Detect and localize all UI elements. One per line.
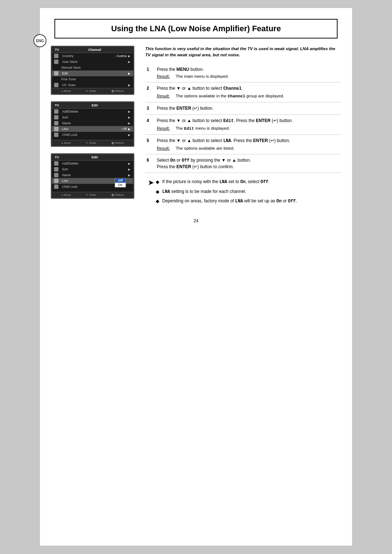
step-content-2: Press the ▼ or ▲ button to select Channe… [155,82,341,102]
tv-screen-2-header: TV Edit [52,102,133,109]
tv-menu-item3-lna: LNA : Off On [52,178,133,184]
tv-menu-item-finetune: Fine Tune [52,76,133,82]
tv-item3-sort-arrow: ▶ [128,168,130,171]
tv-item2-sort-arrow: ▶ [128,116,130,119]
tv-item2-adddelete-arrow: ▶ [128,110,130,113]
tv-item-chscan-label: Ch. Scan [62,83,75,87]
tv-menu-item2-name: Name ▶ [52,120,133,126]
tv-item-country-value: : Austria [115,54,127,58]
tv-menu-item-manualstore: Manual Store [52,65,133,70]
tv-screen-2-footer: ⬥ Move ↵ Enter ▦ Return [52,140,133,146]
tv-item2-lna-value: : Off [121,127,127,131]
step1-action: Press the MENU button. [157,67,204,72]
tv-screen-2: TV Edit Add/Delete ▶ Sort ▶ [51,101,134,147]
lna-option-on: On [115,183,126,187]
footer-return-1: ▦ Return [111,89,124,93]
step2-result-label: Result: [157,93,176,99]
tv-item2-name-arrow: ▶ [128,122,130,125]
step4-result-text: The Edit menu is displayed. [176,125,230,132]
notes-section: ➤ ◆ If the picture is noisy with the LNA… [145,179,341,207]
tv-item2-lna-arrow: ▶ [128,128,130,131]
tv-icon-s3-1 [54,161,58,166]
step4-action: Press the ▼ or ▲ button to select Edit. … [157,118,293,123]
tv-menu-item-chscan: Ch. Scan ▶ [52,82,133,88]
step-num-6: 6 [145,154,155,173]
tv-item3-adddelete-arrow: ▶ [128,162,130,165]
tv-icon-s2-3 [54,121,58,125]
tv-icon-s3-2 [54,167,58,171]
tv-screen-1-footer: ⬥ Move ↵ Enter ▦ Return [52,88,133,94]
intro-paragraph: This function is very useful in the situ… [145,46,341,58]
page-title: Using the LNA (Low Noise Amplifier) Feat… [62,24,330,33]
tv-screen-3: TV Edit Add/Delete ▶ Sort ▶ [51,153,134,199]
eng-badge: ENG [33,34,46,47]
tv-icon-s3-3 [54,173,58,177]
tv-label-1: TV [55,48,59,52]
tv-menu-label-3: Edit [91,155,98,159]
step-num-1: 1 [145,64,155,82]
tv-label-3: TV [55,155,59,159]
step5-action: Press the ▼ or ▲ button to select LNA. P… [157,138,290,143]
step-content-6: Select On or Off by pressing the ▼ or ▲ … [155,154,341,173]
right-column: This function is very useful in the situ… [142,46,341,211]
lna-dropdown-popup: Off On [115,178,126,187]
note-text-2: LNA setting is to be made for each chann… [162,189,246,195]
step-content-1: Press the MENU button. Result: The main … [155,64,341,82]
tv-icon-s2-1 [54,109,58,114]
footer-enter-1: ↵ Enter [86,89,96,93]
step-num-2: 2 [145,82,155,102]
tv-icon-s3-5 [54,185,58,189]
tv-item3-childlock-label: Child Lock [62,185,77,189]
tv-item-autostore-label: Auto Store [62,60,78,64]
step-row-4: 4 Press the ▼ or ▲ button to select Edit… [145,115,341,135]
tv-item-manualstore-label: Manual Store [61,66,81,69]
step-num-5: 5 [145,134,155,154]
step-row-3: 3 Press the ENTER (↵) button. [145,102,341,115]
lna-option-off: Off [115,178,126,183]
note-bullet-2: ◆ [156,189,159,195]
tv-icon-s2-2 [54,115,58,120]
tv-screen-3-footer: ⬥ Move ↵ Enter ▦ Return [52,192,133,198]
tv-icon-4 [54,83,58,87]
left-column: TV Channel Country : Austria ▶ [51,46,134,211]
tv-menu-item3-adddelete: Add/Delete ▶ [52,161,133,166]
step4-result-label: Result: [157,125,176,132]
step1-result-row: Result: The main menu is displayed. [157,73,340,79]
tv-item-finetune-label: Fine Tune [61,77,76,81]
note-item-3: ◆ Depending on areas, factory mode of LN… [156,198,297,205]
notes-arrow-row: ➤ ◆ If the picture is noisy with the LNA… [148,179,341,207]
tv-menu-item3-name: Name ▶ [52,172,133,178]
tv-item2-childlock-label: Child Lock [62,133,77,137]
tv-menu-item2-sort: Sort ▶ [52,114,133,120]
step-row-5: 5 Press the ▼ or ▲ button to select LNA.… [145,134,341,154]
footer-enter-3: ↵ Enter [86,193,96,197]
tv-screen-1-header: TV Channel [52,47,133,53]
footer-return-2: ▦ Return [111,141,124,145]
tv-icon-3 [54,71,58,76]
step5-result-text: The options available are listed. [176,145,234,151]
step-num-4: 4 [145,115,155,135]
tv-icon-s3-4 [54,179,58,183]
tv-menu-item2-adddelete: Add/Delete ▶ [52,109,133,114]
page-number: 24 [40,211,352,227]
tv-item-chscan-arrow: ▶ [128,84,130,87]
tv-menu-item-edit: Edit ▶ [52,70,133,76]
tv-menu-item3-sort: Sort ▶ [52,166,133,172]
step4-result-row: Result: The Edit menu is displayed. [157,125,340,132]
tv-label-2: TV [55,104,59,107]
footer-move-2: ⬥ Move [61,141,71,145]
tv-item3-adddelete-label: Add/Delete [62,162,78,165]
tv-menu-label-1: Channel [88,48,101,52]
note-text-1: If the picture is noisy with the LNA set… [162,179,270,185]
tv-item-country-label: Country [62,54,74,58]
tv-item3-lna-label: LNA [62,179,69,183]
tv-item3-lna-colon: : [129,179,130,183]
footer-move-3: ⬥ Move [61,193,71,197]
tv-item2-adddelete-label: Add/Delete [62,110,78,113]
notes-list: ◆ If the picture is noisy with the LNA s… [156,179,297,207]
tv-icon-s2-5 [54,133,58,137]
steps-table: 1 Press the MENU button. Result: The mai… [145,64,341,173]
tv-item-autostore-arrow: ▶ [128,60,130,64]
tv-menu-item-autostore: Auto Store ▶ [52,59,133,65]
step5-result-row: Result: The options available are listed… [157,145,340,151]
